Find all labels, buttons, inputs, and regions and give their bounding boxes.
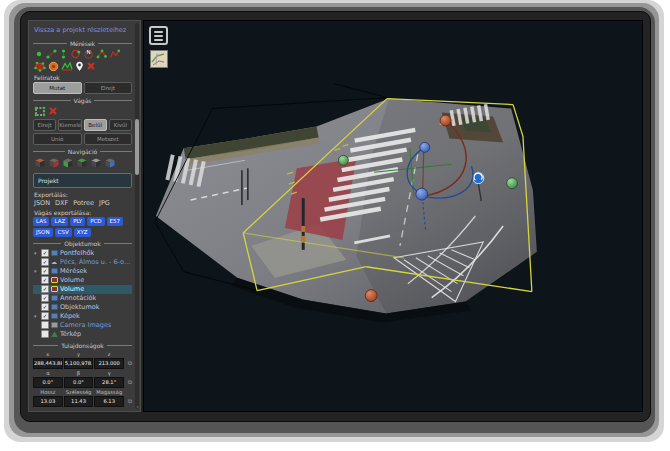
- object-tree: ▾Pontfelhők ☁Pécs, Álmos u. - 6-os - P..…: [33, 249, 132, 339]
- tree-item-map[interactable]: Térkép: [33, 330, 132, 339]
- checkbox[interactable]: [41, 321, 49, 329]
- properties-grid: xyz 288,443.8815,100,978.110213.000⧉ αβγ…: [33, 351, 132, 407]
- annotation-pin-icon[interactable]: [75, 61, 84, 72]
- export-las-button[interactable]: LAS: [33, 217, 49, 226]
- checkbox[interactable]: [41, 276, 49, 284]
- tree-item-objects[interactable]: Objektumok: [33, 303, 132, 312]
- export-caption: Exportálás:: [34, 191, 132, 198]
- tree-item-annotations[interactable]: Annotációk: [33, 294, 132, 303]
- azimuth-measure-icon[interactable]: N: [83, 49, 94, 59]
- export-ply-button[interactable]: PLY: [70, 217, 85, 226]
- tree-item-measurements[interactable]: ▾Mérések: [33, 267, 132, 276]
- height-measure-icon[interactable]: [59, 49, 68, 59]
- export-dxf-link[interactable]: DXF: [55, 199, 68, 207]
- sphere-volume-icon[interactable]: [48, 61, 59, 72]
- area-measure-icon[interactable]: [34, 61, 46, 72]
- folder-icon: [51, 268, 58, 274]
- expand-caret-icon[interactable]: ▾: [34, 250, 39, 256]
- point-measure-icon[interactable]: [34, 49, 44, 59]
- clip-volume-icon[interactable]: [34, 106, 46, 117]
- checkbox[interactable]: [41, 249, 49, 257]
- tree-item-images[interactable]: ▾Képek: [33, 312, 132, 321]
- handle-red-bottom[interactable]: [365, 290, 377, 302]
- tree-item-volume-2-selected[interactable]: Volume: [33, 285, 132, 294]
- checkbox[interactable]: [41, 285, 49, 293]
- clip-method-intersect-button[interactable]: Metszet: [84, 133, 133, 145]
- remove-clip-icon[interactable]: [48, 106, 58, 116]
- tree-item-pointclouds[interactable]: ▾Pontfelhők: [33, 249, 132, 258]
- export-json-link[interactable]: JSON: [34, 199, 50, 207]
- tree-item-volume-1[interactable]: Volume: [33, 276, 132, 285]
- height-profile-icon[interactable]: [61, 61, 73, 71]
- road-mesh[interactable]: [156, 99, 537, 323]
- handle-green-left[interactable]: [338, 155, 348, 165]
- clip-task-outside-button[interactable]: Kívül: [109, 119, 132, 131]
- expand-caret-icon[interactable]: ▾: [34, 313, 39, 319]
- handle-green-right[interactable]: [507, 178, 518, 189]
- view-back-cube-icon[interactable]: [48, 157, 60, 169]
- angle-gamma-value: 28.1°: [94, 377, 124, 388]
- copy-icon[interactable]: ⧉: [125, 359, 132, 367]
- checkbox[interactable]: [41, 294, 49, 302]
- checkbox[interactable]: [41, 303, 49, 311]
- folder-icon: [51, 295, 58, 301]
- map-preview-button[interactable]: [150, 50, 168, 68]
- path-measure-icon[interactable]: [109, 49, 120, 59]
- view-front-cube-icon[interactable]: [34, 157, 46, 169]
- coord-z-value: 213.000: [94, 358, 124, 369]
- clip-task-inside-button[interactable]: Belül: [84, 119, 107, 131]
- remove-measure-icon[interactable]: [86, 61, 96, 71]
- copy-icon[interactable]: ⧉: [125, 378, 132, 386]
- svg-text:N: N: [86, 49, 90, 55]
- show-labels-button[interactable]: Mutat: [33, 82, 82, 94]
- scene-canvas[interactable]: [144, 21, 642, 411]
- export-pcd-button[interactable]: PCD: [87, 217, 104, 226]
- checkbox[interactable]: [41, 258, 49, 266]
- checkbox[interactable]: [41, 312, 49, 320]
- section-header-objects[interactable]: Objektumok: [33, 240, 132, 247]
- section-header-clipping[interactable]: Vágás: [33, 97, 132, 104]
- checkbox[interactable]: [41, 267, 49, 275]
- checkbox[interactable]: [41, 330, 49, 338]
- section-header-navigation[interactable]: Navigáció: [33, 148, 132, 155]
- sidebar-scrollbar[interactable]: [135, 23, 139, 409]
- handle-blue-lower[interactable]: [416, 188, 428, 200]
- export-json2-button[interactable]: JSON: [33, 228, 53, 237]
- scroll-down-icon[interactable]: ˅: [136, 405, 139, 412]
- clip-task-highlight-button[interactable]: Kiemelés: [58, 119, 81, 131]
- back-to-project-link[interactable]: Vissza a projekt részleteihez: [34, 27, 131, 35]
- view-top-cube-icon[interactable]: [90, 157, 102, 169]
- angle-alpha-value: 0.0°: [33, 377, 63, 388]
- export-csv-button[interactable]: CSV: [55, 228, 72, 237]
- expand-caret-icon[interactable]: ▾: [34, 268, 39, 274]
- viewport-3d[interactable]: [143, 20, 643, 412]
- view-bottom-cube-icon[interactable]: [104, 157, 116, 169]
- section-header-properties[interactable]: Tulajdonságok: [33, 342, 132, 349]
- export-jpg-link[interactable]: JPG: [99, 199, 110, 207]
- view-left-cube-icon[interactable]: [62, 157, 74, 169]
- tree-item-pointcloud-file[interactable]: ☁Pécs, Álmos u. - 6-os - P...: [33, 258, 132, 267]
- scrollbar-thumb[interactable]: [135, 119, 139, 175]
- circle-measure-icon[interactable]: [70, 49, 81, 59]
- distance-measure-icon[interactable]: [46, 49, 57, 59]
- project-button[interactable]: Projekt: [33, 173, 132, 188]
- volume-readout: Térfogat: 912.00: [34, 410, 132, 412]
- export-potree-link[interactable]: Potree: [73, 199, 94, 207]
- export-e57-button[interactable]: E57: [107, 217, 123, 226]
- handle-red-top[interactable]: [440, 115, 451, 126]
- copy-icon[interactable]: ⧉: [125, 397, 132, 405]
- menu-button[interactable]: [149, 26, 168, 45]
- export-format-links: JSON DXF Potree JPG: [34, 199, 132, 207]
- folder-icon: [51, 304, 58, 310]
- handle-blue-upper[interactable]: [420, 142, 430, 152]
- clip-task-none-button[interactable]: Elrejt: [33, 119, 56, 131]
- hide-labels-button[interactable]: Elrejt: [84, 82, 133, 94]
- section-header-measurements[interactable]: Mérések: [33, 40, 132, 47]
- terrain-icon: [51, 331, 58, 337]
- view-right-cube-icon[interactable]: [76, 157, 88, 169]
- angle-measure-icon[interactable]: [96, 49, 107, 59]
- clip-method-union-button[interactable]: Unió: [33, 133, 82, 145]
- export-xyz-button[interactable]: XYZ: [74, 228, 91, 237]
- export-laz-button[interactable]: LAZ: [51, 217, 68, 226]
- tree-item-camera-images[interactable]: Camera Images: [33, 321, 132, 330]
